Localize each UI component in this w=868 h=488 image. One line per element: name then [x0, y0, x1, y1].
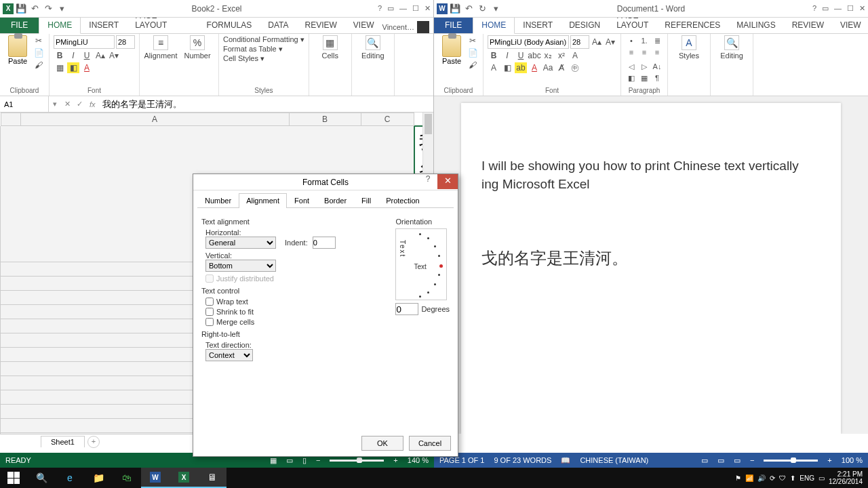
shrink-font-icon[interactable]: A▾ — [604, 37, 616, 47]
file-tab[interactable]: FILE — [0, 17, 39, 33]
shrink-to-fit-checkbox[interactable] — [205, 308, 214, 316]
cancel-button[interactable]: Cancel — [409, 436, 451, 451]
new-sheet-button[interactable]: + — [87, 436, 100, 448]
tab-view[interactable]: VIEW — [345, 17, 382, 33]
highlight-icon[interactable]: ab — [515, 62, 527, 73]
ok-button[interactable]: OK — [361, 436, 403, 451]
editing-button[interactable]: 🔍Editing — [356, 35, 390, 60]
help-icon[interactable]: ? — [378, 4, 382, 13]
tray-arrow-icon[interactable]: ⬆ — [790, 474, 795, 482]
taskbar-word-icon[interactable]: W — [141, 468, 170, 488]
text-effects-icon[interactable]: A — [569, 50, 581, 61]
taskbar-app-icon[interactable]: 🖥 — [198, 468, 226, 488]
redo-icon[interactable]: ↻ — [476, 3, 488, 15]
status-words[interactable]: 9 OF 23 WORDS — [494, 456, 551, 464]
zoom-in-icon[interactable]: + — [393, 456, 397, 464]
change-case-icon[interactable]: Aa — [542, 62, 554, 73]
user-avatar[interactable] — [417, 21, 429, 33]
save-icon[interactable]: 💾 — [449, 3, 461, 15]
tab-home[interactable]: HOME — [39, 16, 81, 34]
fill-color-icon[interactable]: ◧ — [67, 62, 79, 73]
degrees-input[interactable] — [395, 303, 418, 315]
orientation-control[interactable]: Text Text — [395, 228, 447, 300]
indent-input[interactable] — [313, 237, 336, 249]
minimize-icon[interactable]: — — [399, 4, 407, 13]
zoom-level[interactable]: 140 % — [408, 456, 429, 464]
tray-volume-icon[interactable]: 🔊 — [757, 474, 766, 482]
clear-format-icon[interactable]: A̸ — [555, 62, 568, 73]
sort-icon[interactable]: A↓ — [651, 61, 663, 72]
horizontal-select[interactable]: General — [205, 237, 276, 249]
alignment-button[interactable]: ≡Alignment — [144, 35, 178, 60]
tray-ime-icon[interactable]: ▭ — [818, 474, 825, 482]
multilevel-icon[interactable]: ≣ — [651, 35, 663, 46]
subscript-icon[interactable]: x₂ — [542, 50, 554, 61]
show-marks-icon[interactable]: ¶ — [651, 73, 663, 83]
zoom-out-icon[interactable]: − — [316, 456, 320, 464]
confirm-edit-icon[interactable]: ✓ — [73, 100, 85, 108]
font-color-icon[interactable]: A — [528, 62, 540, 73]
styles-button[interactable]: AStyles — [672, 35, 706, 60]
editing-button[interactable]: 🔍Editing — [715, 35, 749, 60]
align-left-icon[interactable]: ≡ — [625, 47, 637, 58]
view-print-icon[interactable]: ▭ — [717, 456, 724, 465]
taskbar-explorer-icon[interactable]: 📁 — [84, 468, 113, 488]
redo-icon[interactable]: ↷ — [42, 3, 54, 15]
italic-button[interactable]: I — [501, 50, 513, 61]
dialog-tab-border[interactable]: Border — [317, 193, 354, 207]
tray-network-icon[interactable]: 📶 — [745, 474, 753, 482]
font-size-select[interactable] — [116, 35, 135, 49]
tray-shield-icon[interactable]: 🛡 — [779, 474, 786, 482]
tray-sync-icon[interactable]: ⟳ — [770, 474, 775, 482]
numbering-icon[interactable]: 1. — [638, 35, 650, 46]
tab-references[interactable]: REFERENCES — [656, 17, 728, 33]
tab-insert[interactable]: INSERT — [515, 17, 561, 33]
dialog-tab-protection[interactable]: Protection — [378, 193, 427, 207]
dialog-close-icon[interactable]: ✕ — [437, 174, 458, 189]
underline-button[interactable]: U — [81, 50, 93, 61]
font-name-select[interactable] — [488, 35, 569, 49]
qat-more-icon[interactable]: ▾ — [56, 3, 68, 15]
font-color-icon[interactable]: A — [81, 62, 93, 73]
tab-insert[interactable]: INSERT — [81, 17, 127, 33]
dialog-tab-number[interactable]: Number — [197, 193, 239, 207]
maximize-icon[interactable]: ☐ — [847, 4, 854, 13]
align-right-icon[interactable]: ≡ — [651, 47, 663, 58]
grow-font-icon[interactable]: A▴ — [591, 37, 603, 47]
close-icon[interactable]: ✕ — [859, 4, 865, 13]
maximize-icon[interactable]: ☐ — [412, 4, 419, 13]
format-painter-icon[interactable]: 🖌 — [33, 60, 45, 70]
cut-icon[interactable]: ✂ — [467, 35, 479, 46]
zoom-slider[interactable] — [330, 460, 384, 462]
copy-icon[interactable]: 📄 — [467, 47, 479, 58]
tray-flag-icon[interactable]: ⚑ — [735, 474, 741, 482]
zoom-slider[interactable] — [764, 460, 818, 462]
number-button[interactable]: %Number — [180, 35, 214, 60]
taskbar-search-icon[interactable]: 🔍 — [27, 468, 56, 488]
zoom-in-icon[interactable]: + — [827, 456, 831, 464]
tray-language[interactable]: ENG — [800, 474, 814, 482]
cell-styles[interactable]: Cell Styles ▾ — [223, 54, 304, 63]
minimize-icon[interactable]: — — [834, 4, 842, 13]
shrink-font-icon[interactable]: A▾ — [108, 50, 120, 61]
namebox-dropdown-icon[interactable]: ▾ — [49, 100, 61, 108]
format-as-table[interactable]: Format as Table ▾ — [223, 45, 304, 54]
char-border-icon[interactable]: A — [488, 62, 500, 73]
select-all-corner[interactable] — [1, 113, 21, 126]
fx-icon[interactable]: fx — [85, 100, 100, 108]
align-center-icon[interactable]: ≡ — [638, 47, 650, 58]
undo-icon[interactable]: ↶ — [462, 3, 475, 15]
conditional-formatting[interactable]: Conditional Formatting ▾ — [223, 35, 304, 44]
italic-button[interactable]: I — [67, 50, 79, 61]
tray-clock[interactable]: 2:21 PM 12/26/2014 — [829, 470, 863, 485]
bullets-icon[interactable]: • — [625, 35, 637, 46]
name-box[interactable]: A1 — [0, 96, 49, 112]
paste-button[interactable]: Paste — [4, 35, 31, 70]
tab-design[interactable]: DESIGN — [561, 17, 608, 33]
dialog-tab-alignment[interactable]: Alignment — [239, 193, 287, 208]
view-normal-icon[interactable]: ▦ — [270, 456, 277, 465]
qat-more-icon[interactable]: ▾ — [490, 3, 502, 15]
tab-view[interactable]: VIEW — [832, 17, 868, 33]
ribbon-collapse-icon[interactable]: ▭ — [387, 4, 394, 13]
dialog-tab-fill[interactable]: Fill — [354, 193, 378, 207]
